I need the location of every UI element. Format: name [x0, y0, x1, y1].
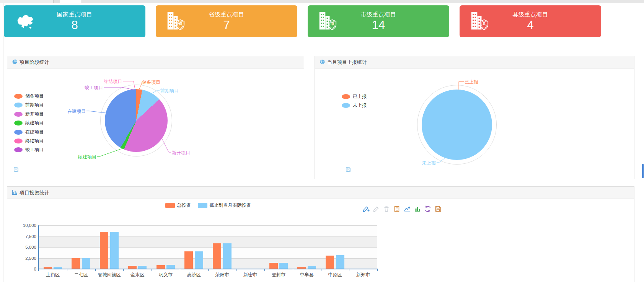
bar-actual-登封市[interactable]: [279, 263, 288, 269]
legend-item[interactable]: 储备项目: [14, 93, 44, 99]
x-axis-label: 管城回族区: [95, 272, 124, 278]
browser-tab-active[interactable]: [60, 0, 81, 3]
x-axis-label: 新郑市: [349, 272, 377, 278]
stat-cards: 国家重点项目8 省 省级重点项目7 市 市级重点项目14 县 县级重点项目4: [4, 5, 601, 37]
x-axis-label: 中牟县: [293, 272, 321, 278]
x-axis-label: 金水区: [123, 272, 152, 278]
mark-brush-icon[interactable]: [372, 205, 380, 213]
legend-label: 已上报: [353, 93, 367, 100]
legend-label: 在建项目: [25, 129, 44, 135]
legend-label: 竣工项目: [25, 147, 44, 153]
bar-total-中原区[interactable]: [326, 256, 334, 269]
stat-card-2[interactable]: 省 省级重点项目7: [156, 5, 297, 37]
pie-slice-label: 未上报: [422, 160, 436, 166]
bar-total-登封市[interactable]: [269, 263, 278, 269]
x-axis-tick: [236, 269, 236, 271]
pie-slices[interactable]: [105, 89, 168, 152]
bar-chart-icon: [12, 189, 18, 196]
pie-slices[interactable]: [422, 90, 492, 160]
bar-category-slot: [180, 225, 208, 269]
bar-total-管城回族区[interactable]: [100, 232, 108, 269]
bar-category-slot: [95, 225, 124, 269]
save-chart-icon[interactable]: [345, 166, 351, 173]
bar-category-slot: [264, 225, 293, 269]
legend-label: 终结项目: [25, 138, 44, 144]
card-label: 国家重点项目: [57, 11, 93, 18]
legend-item[interactable]: 竣工项目: [14, 147, 44, 153]
legend-item[interactable]: 总投资: [165, 202, 191, 209]
legend-item[interactable]: 在建项目: [14, 129, 44, 135]
browser-tab[interactable]: [0, 0, 54, 3]
legend-marker: [14, 103, 23, 108]
y-axis-label: 10,000: [13, 223, 36, 228]
pie-slice-label: 续建项目: [78, 154, 96, 160]
legend-item[interactable]: 新开项目: [14, 111, 44, 117]
bar-category-slot: [152, 225, 180, 269]
panel-header-project-investment: 项目投资统计: [7, 187, 634, 199]
project-stage-pie-chart: 储备项目前期项目新开项目续建项目在建项目终结项目竣工项目储备项目前期项目新开项目…: [7, 56, 304, 179]
legend-item[interactable]: 前期项目: [14, 102, 44, 108]
mark-brush-add-icon[interactable]: [362, 205, 370, 213]
x-axis-label: 新密市: [236, 272, 264, 278]
bar-category-slot: [123, 225, 152, 269]
legend-item[interactable]: 未上报: [342, 102, 367, 109]
legend-label: 总投资: [177, 202, 191, 209]
x-axis-label: 登封市: [264, 272, 293, 278]
bar-total-惠济区[interactable]: [184, 251, 193, 269]
bar-actual-二七区[interactable]: [82, 258, 90, 269]
legend-item[interactable]: 终结项目: [14, 138, 44, 144]
x-axis-tick: [123, 269, 124, 271]
restore-icon[interactable]: [424, 205, 432, 213]
bar-actual-中原区[interactable]: [336, 255, 344, 269]
bar-chart-icon[interactable]: [414, 205, 421, 213]
bar-category-slot: [349, 225, 377, 269]
legend-item[interactable]: 续建项目: [14, 120, 44, 126]
bar-actual-惠济区[interactable]: [195, 251, 203, 269]
bar-total-二七区[interactable]: [72, 258, 80, 269]
stat-card-4[interactable]: 县 县级重点项目4: [460, 5, 601, 37]
legend-label: 前期项目: [25, 102, 44, 108]
page-left-border: [3, 3, 3, 282]
bar-category-slot: [321, 225, 349, 269]
legend-marker: [14, 94, 23, 99]
stat-card-3[interactable]: 市 市级重点项目14: [308, 5, 449, 37]
mark-clear-icon[interactable]: [383, 205, 390, 213]
legend-marker: [165, 203, 175, 208]
bar-actual-管城回族区[interactable]: [110, 232, 119, 269]
y-axis-label: 2,500: [13, 256, 36, 261]
panel-monthly-report: 当月项目上报统计 已上报未上报已上报未上报: [315, 56, 634, 179]
pie-slice-label: 在建项目: [67, 108, 86, 115]
monthly-report-pie-chart: 已上报未上报已上报未上报: [315, 56, 634, 179]
line-chart-icon[interactable]: [403, 205, 411, 213]
data-view-icon[interactable]: [393, 205, 401, 213]
x-axis-tick: [321, 269, 321, 271]
card-label: 市级重点项目: [361, 11, 396, 18]
x-axis-label: 巩义市: [152, 272, 180, 278]
legend-item[interactable]: 截止到当月实际投资: [198, 202, 251, 209]
x-axis-tick: [349, 269, 349, 271]
save-chart-icon[interactable]: [13, 166, 19, 173]
bar-actual-荥阳市[interactable]: [223, 243, 232, 269]
legend-marker: [14, 130, 23, 135]
bar-total-荥阳市[interactable]: [213, 243, 221, 269]
bar-chart-legend: 总投资截止到当月实际投资: [39, 202, 377, 209]
x-axis-label: 中原区: [321, 272, 349, 278]
legend-label: 新开项目: [25, 111, 44, 117]
x-axis-tick: [152, 269, 152, 271]
legend-marker: [14, 121, 23, 126]
legend-marker: [198, 203, 207, 208]
bar-category-slot: [39, 225, 67, 269]
x-axis-tick: [95, 269, 96, 271]
bar-category-slot: [67, 225, 95, 269]
save-image-icon[interactable]: [434, 205, 442, 213]
legend-item[interactable]: 已上报: [342, 93, 367, 100]
scrollbar-thumb[interactable]: [642, 164, 644, 178]
browser-tab[interactable]: [54, 0, 60, 3]
x-axis-label: 荥阳市: [208, 272, 236, 278]
stat-card-1[interactable]: 国家重点项目8: [4, 5, 145, 37]
legend-marker: [342, 94, 350, 99]
legend-label: 续建项目: [25, 120, 44, 126]
legend-marker: [14, 147, 23, 152]
bar-category-slot: [208, 225, 236, 269]
card-value: 8: [71, 19, 78, 32]
